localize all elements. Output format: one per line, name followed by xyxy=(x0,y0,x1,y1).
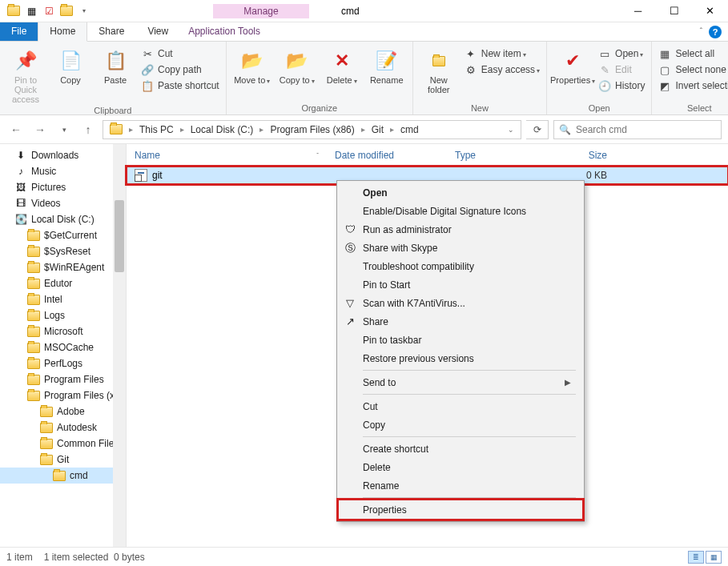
context-menu-item[interactable]: Delete xyxy=(339,458,582,476)
forward-button[interactable]: → xyxy=(30,120,50,139)
tree-item[interactable]: Edutor xyxy=(0,275,126,291)
tree-item[interactable]: 🖼Pictures xyxy=(0,179,126,195)
tree-item[interactable]: $SysReset xyxy=(0,243,126,259)
thumbnails-view-button[interactable]: ▦ xyxy=(706,551,722,564)
context-menu-item[interactable]: Send to▶ xyxy=(339,373,582,391)
context-menu-item[interactable]: Troubleshoot compatibility xyxy=(339,257,582,275)
context-menu-item[interactable]: Cut xyxy=(339,397,582,415)
column-date[interactable]: Date modified xyxy=(327,150,447,161)
copy-button[interactable]: 📄 Copy xyxy=(50,46,91,85)
home-tab[interactable]: Home xyxy=(38,22,87,42)
tree-item[interactable]: MSOCache xyxy=(0,339,126,355)
qat-properties-icon[interactable]: ▦ xyxy=(22,2,40,20)
column-name[interactable]: Nameˆ xyxy=(127,150,327,161)
move-to-button[interactable]: 📂 Move to xyxy=(231,46,273,86)
context-menu-item[interactable]: Create shortcut xyxy=(339,440,582,458)
context-menu-item[interactable]: Copy xyxy=(339,415,582,434)
close-button[interactable]: ✕ xyxy=(692,0,728,22)
tree-item[interactable]: PerfLogs xyxy=(0,355,126,371)
paste-shortcut-button[interactable]: 📋Paste shortcut xyxy=(139,78,221,93)
context-menu-item[interactable]: Rename xyxy=(339,476,582,495)
new-folder-icon xyxy=(426,48,452,74)
address-bar[interactable]: ▸ This PC ▸ Local Disk (C:) ▸ Program Fi… xyxy=(103,120,521,139)
tree-item[interactable]: cmd xyxy=(0,468,126,484)
breadcrumb-seg[interactable]: Program Files (x86) xyxy=(265,121,359,138)
tree-item[interactable]: Intel xyxy=(0,291,126,307)
context-menu-item[interactable]: Restore previous versions xyxy=(339,349,582,367)
invert-selection-button[interactable]: ◩Invert selection xyxy=(657,78,728,93)
context-menu-item[interactable]: Enable/Disable Digital Signature Icons xyxy=(339,202,582,220)
tree-item[interactable]: Common Files xyxy=(0,436,126,452)
column-size[interactable]: Size xyxy=(551,150,615,161)
tree-item[interactable]: Program Files (x86) xyxy=(0,387,126,403)
new-folder-button[interactable]: New folder xyxy=(418,46,460,94)
open-button[interactable]: ▭Open xyxy=(597,46,646,61)
tree-item[interactable]: ♪Music xyxy=(0,163,126,179)
tree-item[interactable]: 💽Local Disk (C:) xyxy=(0,211,126,227)
tree-item[interactable]: $WinREAgent xyxy=(0,259,126,275)
file-tab[interactable]: File xyxy=(0,22,38,41)
breadcrumb-sep[interactable]: ▸ xyxy=(388,125,396,134)
view-tab[interactable]: View xyxy=(136,22,180,41)
breadcrumb-seg[interactable]: Git xyxy=(367,121,388,138)
tree-item[interactable]: Autodesk xyxy=(0,419,126,436)
tree-item[interactable]: Git xyxy=(0,452,126,468)
copy-to-button[interactable]: 📂 Copy to xyxy=(276,46,318,86)
select-none-button[interactable]: ▢Select none xyxy=(657,62,728,77)
recent-locations-caret[interactable]: ▾ xyxy=(54,120,74,139)
rename-button[interactable]: 📝 Rename xyxy=(366,46,408,85)
breadcrumb-sep[interactable]: ▸ xyxy=(258,125,265,134)
share-tab[interactable]: Share xyxy=(87,22,136,41)
tree-item[interactable]: ⬇Downloads xyxy=(0,147,126,163)
history-button[interactable]: 🕘History xyxy=(597,78,646,93)
paste-button[interactable]: 📋 Paste xyxy=(95,46,136,85)
search-box[interactable]: 🔍 Search cmd xyxy=(553,120,722,139)
delete-button[interactable]: ✕ Delete xyxy=(321,46,363,86)
breadcrumb-sep[interactable]: ▸ xyxy=(360,125,367,134)
tree-scrollbar[interactable] xyxy=(113,144,126,547)
breadcrumb-sep[interactable]: ▸ xyxy=(179,125,186,134)
scrollbar-thumb[interactable] xyxy=(115,200,124,272)
edit-button[interactable]: ✎Edit xyxy=(597,62,646,77)
minimize-button[interactable]: ─ xyxy=(620,0,656,22)
cut-button[interactable]: ✂Cut xyxy=(139,46,221,61)
context-menu-item[interactable]: ▽Scan with K7AntiVirus... xyxy=(339,294,582,312)
copy-path-button[interactable]: 🔗Copy path xyxy=(139,62,221,77)
context-menu-item[interactable]: Properties xyxy=(339,500,582,519)
context-menu-item[interactable]: ↗Share xyxy=(339,312,582,331)
qat-customize-caret[interactable]: ▾ xyxy=(75,2,93,20)
back-button[interactable]: ← xyxy=(6,120,26,139)
context-menu-item[interactable]: Open xyxy=(339,183,582,202)
qat-checkbox-icon[interactable]: ☑ xyxy=(40,2,58,20)
refresh-button[interactable]: ⟳ xyxy=(526,120,549,139)
breadcrumb-seg[interactable]: cmd xyxy=(396,121,424,138)
application-tools-tab[interactable]: Application Tools xyxy=(180,22,269,41)
tree-item[interactable]: 🎞Videos xyxy=(0,195,126,211)
pin-to-quick-access-button[interactable]: 📌 Pin to Quick access xyxy=(5,46,46,104)
breadcrumb-seg[interactable]: This PC xyxy=(135,121,179,138)
context-menu-item[interactable]: ⓈShare with Skype xyxy=(339,239,582,257)
qat-newfolder-icon[interactable] xyxy=(58,2,75,20)
up-button[interactable]: ↑ xyxy=(78,120,98,139)
address-dropdown-caret[interactable]: ⌄ xyxy=(503,126,519,134)
context-menu-item[interactable]: 🛡Run as administrator xyxy=(339,220,582,239)
ribbon-collapse-caret[interactable]: ˆ xyxy=(700,27,702,36)
tree-item[interactable]: Microsoft xyxy=(0,323,126,339)
tree-item[interactable]: Logs xyxy=(0,307,126,323)
tree-item[interactable]: $GetCurrent xyxy=(0,227,126,243)
column-type[interactable]: Type xyxy=(447,150,551,161)
help-icon[interactable]: ? xyxy=(709,26,722,38)
tree-item[interactable]: Adobe xyxy=(0,403,126,419)
breadcrumb-seg[interactable]: Local Disk (C:) xyxy=(186,121,259,138)
properties-button[interactable]: ✔ Properties xyxy=(552,46,593,86)
easy-access-button[interactable]: ⚙Easy access xyxy=(463,62,541,77)
select-all-button[interactable]: ▦Select all xyxy=(657,46,728,61)
navigation-tree[interactable]: ⬇Downloads♪Music🖼Pictures🎞Videos💽Local D… xyxy=(0,144,127,547)
maximize-button[interactable]: ☐ xyxy=(656,0,692,22)
new-item-button[interactable]: ✦New item xyxy=(463,46,541,61)
breadcrumb-sep[interactable]: ▸ xyxy=(127,125,135,134)
context-menu-item[interactable]: Pin to Start xyxy=(339,275,582,294)
details-view-button[interactable]: ≣ xyxy=(688,551,704,564)
context-menu-item[interactable]: Pin to taskbar xyxy=(339,331,582,349)
tree-item[interactable]: Program Files xyxy=(0,371,126,387)
